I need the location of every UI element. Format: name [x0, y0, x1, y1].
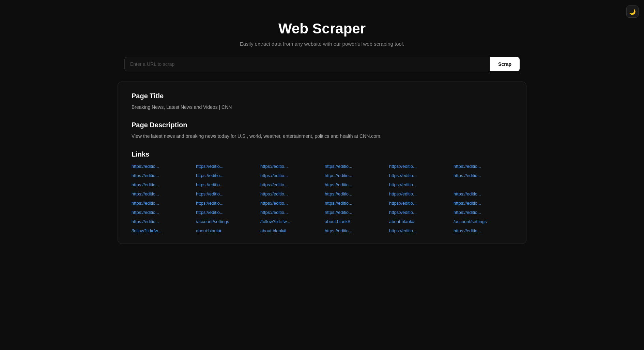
link-item[interactable]: /account/settings: [454, 219, 512, 224]
link-item[interactable]: https://editio...: [389, 228, 448, 233]
link-item[interactable]: https://editio...: [132, 210, 190, 215]
link-item[interactable]: https://editio...: [196, 191, 255, 196]
page-description-section: Page Description View the latest news an…: [132, 121, 512, 140]
link-item[interactable]: /follow?iid=fw...: [260, 219, 319, 224]
moon-icon: 🌙: [629, 9, 636, 15]
links-section: Links https://editio...https://editio...…: [132, 150, 512, 233]
link-item[interactable]: about:blank#: [260, 228, 319, 233]
link-item[interactable]: [454, 182, 512, 187]
link-item[interactable]: https://editio...: [454, 173, 512, 178]
link-item[interactable]: https://editio...: [325, 182, 384, 187]
link-item[interactable]: https://editio...: [132, 191, 190, 196]
page-subtitle: Easily extract data from any website wit…: [14, 41, 630, 47]
link-item[interactable]: https://editio...: [325, 228, 384, 233]
link-item[interactable]: https://editio...: [260, 182, 319, 187]
link-item[interactable]: https://editio...: [325, 164, 384, 169]
link-item[interactable]: https://editio...: [196, 182, 255, 187]
link-item[interactable]: https://editio...: [389, 173, 448, 178]
link-item[interactable]: https://editio...: [260, 164, 319, 169]
link-item[interactable]: https://editio...: [389, 164, 448, 169]
link-item[interactable]: https://editio...: [389, 182, 448, 187]
link-item[interactable]: https://editio...: [325, 191, 384, 196]
link-item[interactable]: https://editio...: [260, 201, 319, 206]
link-item[interactable]: https://editio...: [196, 164, 255, 169]
link-item[interactable]: https://editio...: [132, 173, 190, 178]
link-item[interactable]: https://editio...: [196, 173, 255, 178]
page-header: Web Scraper Easily extract data from any…: [7, 7, 637, 57]
theme-toggle-button[interactable]: 🌙: [626, 5, 639, 18]
link-item[interactable]: https://editio...: [454, 228, 512, 233]
page-title-label: Page Title: [132, 92, 512, 100]
url-input[interactable]: [124, 57, 490, 71]
link-item[interactable]: https://editio...: [325, 201, 384, 206]
link-item[interactable]: https://editio...: [196, 201, 255, 206]
link-item[interactable]: https://editio...: [454, 210, 512, 215]
link-item[interactable]: about:blank#: [389, 219, 448, 224]
page-title: Web Scraper: [14, 20, 630, 37]
link-item[interactable]: https://editio...: [389, 210, 448, 215]
links-label: Links: [132, 150, 512, 158]
link-item[interactable]: /follow?iid=fw...: [132, 228, 190, 233]
links-grid: https://editio...https://editio...https:…: [132, 164, 512, 233]
link-item[interactable]: https://editio...: [454, 201, 512, 206]
link-item[interactable]: https://editio...: [325, 173, 384, 178]
link-item[interactable]: https://editio...: [389, 201, 448, 206]
link-item[interactable]: https://editio...: [325, 210, 384, 215]
link-item[interactable]: https://editio...: [260, 210, 319, 215]
link-item[interactable]: about:blank#: [196, 228, 255, 233]
link-item[interactable]: about:blank#: [325, 219, 384, 224]
page-description-label: Page Description: [132, 121, 512, 129]
link-item[interactable]: https://editio...: [454, 191, 512, 196]
page-title-value: Breaking News, Latest News and Videos | …: [132, 103, 512, 111]
link-item[interactable]: /account/settings: [196, 219, 255, 224]
link-item[interactable]: https://editio...: [132, 182, 190, 187]
link-item[interactable]: https://editio...: [132, 219, 190, 224]
page-title-section: Page Title Breaking News, Latest News an…: [132, 92, 512, 111]
link-item[interactable]: https://editio...: [260, 191, 319, 196]
results-container: Page Title Breaking News, Latest News an…: [118, 82, 526, 244]
link-item[interactable]: https://editio...: [389, 191, 448, 196]
scrap-button[interactable]: Scrap: [490, 57, 520, 71]
link-item[interactable]: https://editio...: [196, 210, 255, 215]
link-item[interactable]: https://editio...: [132, 164, 190, 169]
page-description-value: View the latest news and breaking news t…: [132, 132, 512, 140]
link-item[interactable]: https://editio...: [454, 164, 512, 169]
search-bar: Scrap: [118, 57, 526, 71]
link-item[interactable]: https://editio...: [132, 201, 190, 206]
link-item[interactable]: https://editio...: [260, 173, 319, 178]
